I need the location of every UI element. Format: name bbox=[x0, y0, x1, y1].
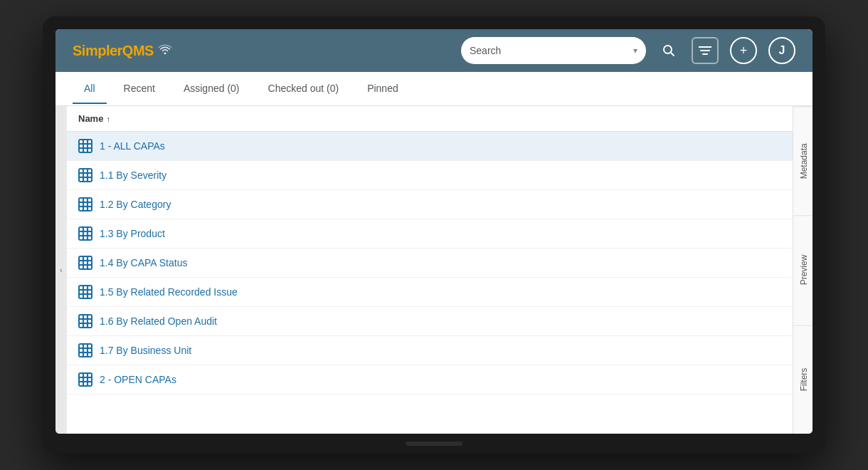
wifi-icon bbox=[158, 44, 172, 57]
add-button[interactable]: + bbox=[730, 37, 757, 64]
grid-icon bbox=[78, 139, 92, 153]
item-label: 1 - ALL CAPAs bbox=[100, 140, 165, 152]
search-icon bbox=[662, 44, 675, 57]
filter-icon bbox=[699, 46, 711, 56]
content-area: ‹ Name ↑ 1 - ALL CAPAs1.1 By Severity1.2… bbox=[55, 106, 813, 434]
grid-icon bbox=[78, 372, 92, 387]
item-label: 1.5 By Related Recorded Issue bbox=[100, 286, 238, 298]
item-label: 1.6 By Related Open Audit bbox=[100, 315, 217, 327]
metadata-panel-tab[interactable]: Metadata bbox=[793, 106, 813, 215]
grid-icon bbox=[78, 197, 92, 212]
tab-assigned[interactable]: Assigned (0) bbox=[172, 74, 251, 104]
list-item[interactable]: 1 - ALL CAPAs bbox=[67, 132, 793, 161]
list-items-container: 1 - ALL CAPAs1.1 By Severity1.2 By Categ… bbox=[67, 132, 793, 395]
grid-icon bbox=[78, 314, 92, 328]
preview-panel-tab[interactable]: Preview bbox=[793, 215, 813, 324]
tabs-bar: All Recent Assigned (0) Checked out (0) … bbox=[55, 72, 813, 106]
list-item[interactable]: 1.3 By Product bbox=[67, 219, 793, 249]
collapse-handle[interactable]: ‹ bbox=[55, 106, 67, 434]
search-button[interactable] bbox=[657, 39, 680, 62]
item-label: 1.1 By Severity bbox=[100, 169, 166, 181]
user-avatar[interactable]: J bbox=[768, 37, 795, 64]
tab-all[interactable]: All bbox=[73, 74, 107, 104]
list-item[interactable]: 1.5 By Related Recorded Issue bbox=[67, 278, 793, 307]
list-item[interactable]: 2 - OPEN CAPAs bbox=[67, 365, 793, 395]
item-label: 1.3 By Product bbox=[100, 228, 165, 239]
search-text: Search bbox=[470, 45, 628, 56]
grid-icon bbox=[78, 168, 92, 182]
name-column-header: Name bbox=[78, 113, 103, 124]
tab-pinned[interactable]: Pinned bbox=[356, 74, 410, 104]
tab-checked-out[interactable]: Checked out (0) bbox=[257, 74, 351, 104]
item-label: 2 - OPEN CAPAs bbox=[100, 374, 176, 385]
tab-recent[interactable]: Recent bbox=[112, 74, 166, 104]
item-label: 1.2 By Category bbox=[100, 199, 171, 210]
filter-button[interactable] bbox=[692, 37, 719, 64]
grid-icon bbox=[78, 256, 92, 270]
item-label: 1.7 By Business Unit bbox=[100, 345, 191, 356]
item-label: 1.4 By CAPA Status bbox=[100, 257, 187, 268]
search-dropdown-chevron[interactable]: ▾ bbox=[633, 46, 637, 56]
grid-icon bbox=[78, 226, 92, 241]
logo-text: SimplerQMS bbox=[73, 43, 154, 59]
list-item[interactable]: 1.6 By Related Open Audit bbox=[67, 307, 793, 336]
grid-icon bbox=[78, 343, 92, 357]
list-item[interactable]: 1.7 By Business Unit bbox=[67, 336, 793, 365]
grid-icon bbox=[78, 285, 92, 299]
search-bar[interactable]: Search ▾ bbox=[461, 37, 646, 64]
app-header: SimplerQMS Search ▾ bbox=[55, 29, 813, 72]
list-item[interactable]: 1.2 By Category bbox=[67, 190, 793, 219]
logo-text-highlight: QMS bbox=[122, 43, 154, 58]
svg-line-1 bbox=[671, 53, 674, 56]
filters-panel-tab[interactable]: Filters bbox=[793, 325, 813, 434]
logo: SimplerQMS bbox=[73, 43, 172, 59]
right-panels: Metadata Preview Filters bbox=[793, 106, 813, 434]
list-item[interactable]: 1.4 By CAPA Status bbox=[67, 249, 793, 278]
sort-arrow[interactable]: ↑ bbox=[106, 115, 110, 123]
list-header: Name ↑ bbox=[67, 106, 793, 132]
logo-text-start: Simpler bbox=[73, 43, 122, 58]
list-item[interactable]: 1.1 By Severity bbox=[67, 161, 793, 190]
main-list: Name ↑ 1 - ALL CAPAs1.1 By Severity1.2 B… bbox=[67, 106, 793, 434]
